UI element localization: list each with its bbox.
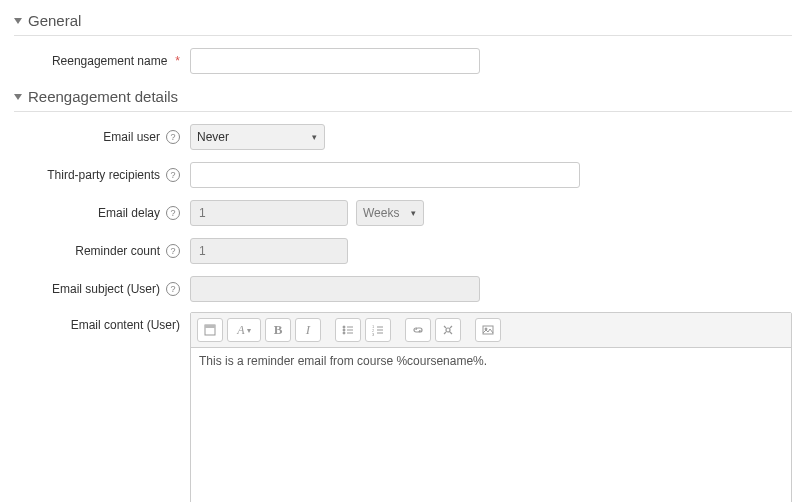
chevron-down-icon (14, 18, 22, 24)
toolbar-unlink-icon[interactable] (435, 318, 461, 342)
row-email-user: Email user ? Never (14, 122, 792, 152)
svg-rect-1 (205, 325, 215, 328)
label-text: Email subject (User) (52, 282, 160, 296)
svg-point-14 (446, 328, 450, 332)
row-email-subject-user: Email subject (User) ? (14, 274, 792, 304)
email-delay-qty-input[interactable] (190, 200, 348, 226)
toolbar-italic-icon[interactable]: I (295, 318, 321, 342)
label-third-party: Third-party recipients ? (14, 168, 190, 182)
row-reminder-count: Reminder count ? (14, 236, 792, 266)
svg-point-6 (343, 332, 345, 334)
section-general-header[interactable]: General (14, 8, 792, 36)
label-reminder-count: Reminder count ? (14, 244, 190, 258)
label-text: Reminder count (75, 244, 160, 258)
label-reengagement-name: Reengagement name * (14, 54, 190, 68)
editor-toolbar: A▾ B I 123 (191, 313, 791, 348)
label-email-user: Email user ? (14, 130, 190, 144)
help-icon[interactable]: ? (166, 168, 180, 182)
row-email-delay: Email delay ? Weeks (14, 198, 792, 228)
toolbar-bullet-list-icon[interactable] (335, 318, 361, 342)
section-title: General (28, 12, 81, 29)
email-delay-unit-select[interactable]: Weeks (356, 200, 424, 226)
email-subject-user-input[interactable] (190, 276, 480, 302)
svg-point-2 (343, 326, 345, 328)
reminder-count-input[interactable] (190, 238, 348, 264)
label-text: Third-party recipients (47, 168, 160, 182)
toolbar-numbered-list-icon[interactable]: 123 (365, 318, 391, 342)
svg-rect-15 (483, 326, 493, 334)
help-icon[interactable]: ? (166, 206, 180, 220)
toolbar-link-icon[interactable] (405, 318, 431, 342)
help-icon[interactable]: ? (166, 244, 180, 258)
toolbar-font-icon[interactable]: A▾ (227, 318, 261, 342)
email-user-select[interactable]: Never (190, 124, 325, 150)
required-marker: * (175, 54, 180, 68)
reengagement-name-input[interactable] (190, 48, 480, 74)
label-text: Email content (User) (71, 318, 180, 332)
svg-point-4 (343, 329, 345, 331)
svg-text:3: 3 (372, 332, 375, 336)
section-details-header[interactable]: Reengagement details (14, 84, 792, 112)
help-icon[interactable]: ? (166, 282, 180, 296)
label-email-subject-user: Email subject (User) ? (14, 282, 190, 296)
third-party-input[interactable] (190, 162, 580, 188)
toolbar-bold-icon[interactable]: B (265, 318, 291, 342)
help-icon[interactable]: ? (166, 130, 180, 144)
section-title: Reengagement details (28, 88, 178, 105)
row-reengagement-name: Reengagement name * (14, 46, 792, 76)
toolbar-expand-icon[interactable] (197, 318, 223, 342)
row-third-party: Third-party recipients ? (14, 160, 792, 190)
label-text: Reengagement name (52, 54, 167, 68)
chevron-down-icon (14, 94, 22, 100)
row-email-content-user: Email content (User) A▾ B I 123 (14, 312, 792, 502)
label-text: Email delay (98, 206, 160, 220)
email-content-user-textarea[interactable]: This is a reminder email from course %co… (191, 348, 791, 502)
label-email-content-user: Email content (User) (14, 312, 190, 332)
label-email-delay: Email delay ? (14, 206, 190, 220)
toolbar-image-icon[interactable] (475, 318, 501, 342)
rich-text-editor: A▾ B I 123 (190, 312, 792, 502)
label-text: Email user (103, 130, 160, 144)
